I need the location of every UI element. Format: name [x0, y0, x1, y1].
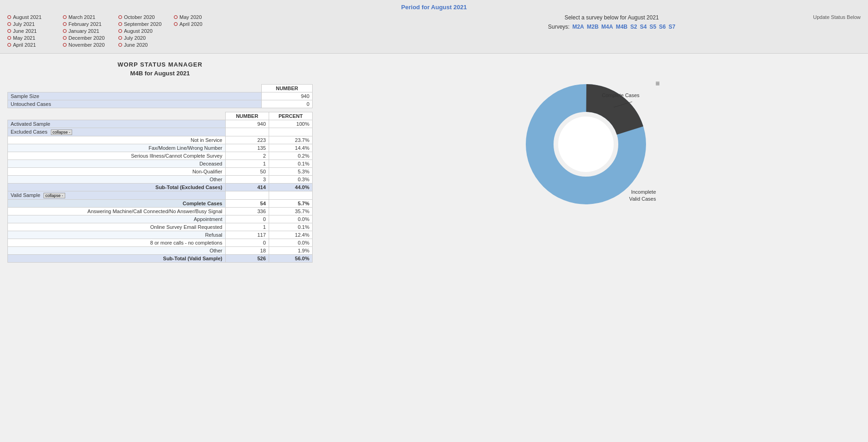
- survey-s5[interactable]: S5: [649, 24, 656, 30]
- radio-jun2021: [7, 29, 11, 33]
- valid-collapse-button[interactable]: collapse -: [43, 193, 65, 198]
- complete-cases-number: 54: [225, 200, 269, 208]
- answering-machine-pct: 35.7%: [269, 208, 312, 215]
- right-panel: ≡ Complete Cases Incomplete Valid Cases: [320, 61, 861, 263]
- survey-selector: Select a survey below for August 2021 Su…: [410, 14, 813, 48]
- period-col-3: October 2020 September 2020 August 2020 …: [118, 14, 174, 48]
- radio-apr2020: [174, 22, 178, 26]
- other-valid-label: Other: [8, 247, 226, 255]
- activated-row: Activated Sample 940 100%: [8, 120, 313, 128]
- period-col-4: May 2020 April 2020: [174, 14, 229, 48]
- valid-sample-header-row: Valid Sample collapse -: [8, 191, 313, 200]
- deceased-label: Deceased: [8, 160, 226, 168]
- excluded-collapse-button[interactable]: collapse -: [51, 129, 73, 135]
- radio-dec2020: [63, 36, 67, 40]
- table-row: Online Survey Email Requested 1 0.1%: [8, 223, 313, 231]
- valid-subtotal-label: Sub-Total (Valid Sample): [8, 255, 226, 263]
- other-valid-pct: 1.9%: [269, 247, 312, 255]
- table-row: Other 18 1.9%: [8, 247, 313, 255]
- serious-illness-label: Serious Illness/Cannot Complete Survey: [8, 152, 226, 160]
- radio-jan2021: [63, 29, 67, 33]
- number-header-2: Number: [225, 112, 269, 120]
- main-content: WORP STATUS MANAGER M4B for August 2021 …: [0, 54, 868, 270]
- period-nov2020[interactable]: November 2020: [63, 42, 118, 48]
- table-row: Refusal 117 12.4%: [8, 231, 313, 239]
- table-row: Appointment 0 0.0%: [8, 215, 313, 223]
- serious-illness-pct: 0.2%: [269, 152, 312, 160]
- excluded-subtotal-pct: 44.0%: [269, 184, 312, 191]
- valid-subtotal-row: Sub-Total (Valid Sample) 526 56.0%: [8, 255, 313, 263]
- survey-m2b[interactable]: M2B: [587, 24, 598, 30]
- not-in-service-pct: 23.7%: [269, 136, 312, 144]
- period-dec2020[interactable]: December 2020: [63, 35, 118, 41]
- period-jan2021[interactable]: January 2021: [63, 28, 118, 34]
- survey-s2[interactable]: S2: [630, 24, 637, 30]
- period-col-2: March 2021 February 2021 January 2021 De…: [63, 14, 118, 48]
- valid-subtotal-pct: 56.0%: [269, 255, 312, 263]
- incomplete-cases-chart-label: Incomplete Valid Cases: [629, 189, 656, 202]
- main-stats-table: Number Percent Activated Sample 940 100%…: [7, 112, 313, 263]
- summary-table: Number Sample Size 940 Untouched Cases 0: [7, 84, 313, 108]
- eight-calls-number: 0: [225, 239, 269, 247]
- chart-menu-button[interactable]: ≡: [655, 80, 659, 88]
- survey-subtitle: M4B for August 2021: [7, 70, 313, 77]
- complete-cases-chart-label: Complete Cases: [602, 92, 640, 98]
- left-panel: WORP STATUS MANAGER M4B for August 2021 …: [7, 61, 313, 263]
- period-may2021[interactable]: May 2021: [7, 35, 63, 41]
- table-row: Fax/Modem Line/Wrong Number 135 14.4%: [8, 144, 313, 152]
- period-jun2021[interactable]: June 2021: [7, 28, 63, 34]
- donut-hole: [558, 117, 614, 172]
- excluded-header-row: Excluded Cases collapse -: [8, 128, 313, 136]
- not-in-service-label: Not in Service: [8, 136, 226, 144]
- survey-s6[interactable]: S6: [659, 24, 666, 30]
- not-in-service-number: 223: [225, 136, 269, 144]
- table-row: 8 or more calls - no completions 0 0.0%: [8, 239, 313, 247]
- radio-jul2020: [118, 36, 122, 40]
- sample-size-row: Sample Size 940: [8, 92, 313, 100]
- survey-m4a[interactable]: M4A: [601, 24, 613, 30]
- other-valid-number: 18: [225, 247, 269, 255]
- radio-sep2020: [118, 22, 122, 26]
- period-title: Period for August 2021: [7, 4, 861, 11]
- period-aug2021[interactable]: August 2021: [7, 14, 63, 20]
- other-excluded-pct: 0.3%: [269, 176, 312, 184]
- nonqualifier-pct: 5.3%: [269, 168, 312, 176]
- valid-sample-label: Valid Sample collapse -: [8, 191, 226, 200]
- nonqualifier-number: 50: [225, 168, 269, 176]
- fax-number: 135: [225, 144, 269, 152]
- period-oct2020[interactable]: October 2020: [118, 14, 174, 20]
- fax-pct: 14.4%: [269, 144, 312, 152]
- survey-m2a[interactable]: M2A: [573, 24, 584, 30]
- radio-apr2021: [7, 43, 11, 47]
- complete-cases-pct: 5.7%: [269, 200, 312, 208]
- chart-container: ≡ Complete Cases Incomplete Valid Cases: [521, 80, 660, 210]
- excluded-subtotal-row: Sub-Total (Excluded Cases) 414 44.0%: [8, 184, 313, 191]
- survey-m4b[interactable]: M4B: [616, 24, 628, 30]
- table-row: Answering Machine/Call Connected/No Answ…: [8, 208, 313, 215]
- surveys-prefix: Surveys:: [548, 24, 570, 30]
- period-feb2021[interactable]: February 2021: [63, 21, 118, 27]
- radio-nov2020: [63, 43, 67, 47]
- period-jul2020[interactable]: July 2020: [118, 35, 174, 41]
- radio-may2020: [174, 15, 178, 19]
- period-mar2021[interactable]: March 2021: [63, 14, 118, 20]
- radio-jun2020: [118, 43, 122, 47]
- period-jul2021[interactable]: July 2021: [7, 21, 63, 27]
- radio-may2021: [7, 36, 11, 40]
- other-excluded-label: Other: [8, 176, 226, 184]
- period-aug2020[interactable]: August 2020: [118, 28, 174, 34]
- sample-size-label: Sample Size: [8, 92, 262, 100]
- nonqualifier-label: Non-Qualifier: [8, 168, 226, 176]
- radio-jul2021: [7, 22, 11, 26]
- survey-s4[interactable]: S4: [640, 24, 647, 30]
- refusal-number: 117: [225, 231, 269, 239]
- eight-calls-label: 8 or more calls - no completions: [8, 239, 226, 247]
- period-apr2021[interactable]: April 2021: [7, 42, 63, 48]
- period-jun2020[interactable]: June 2020: [118, 42, 174, 48]
- period-apr2020[interactable]: April 2020: [174, 21, 229, 27]
- period-may2020[interactable]: May 2020: [174, 14, 229, 20]
- period-sep2020[interactable]: September 2020: [118, 21, 174, 27]
- refusal-label: Refusal: [8, 231, 226, 239]
- untouched-value: 0: [262, 100, 313, 108]
- survey-s7[interactable]: S7: [669, 24, 676, 30]
